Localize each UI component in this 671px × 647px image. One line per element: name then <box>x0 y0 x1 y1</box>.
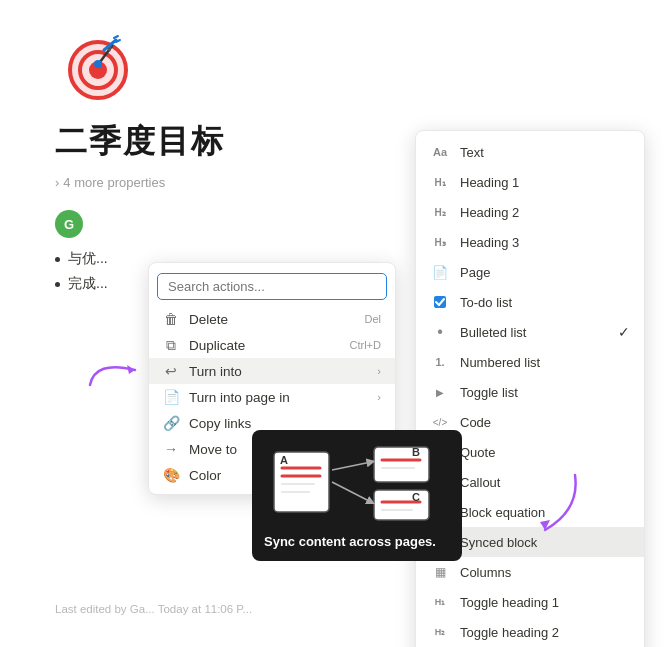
svg-line-24 <box>332 462 371 470</box>
toggle-h1-icon: H₁ <box>430 592 450 612</box>
submenu-item-label: Toggle list <box>460 385 518 400</box>
bullet-icon: • <box>430 322 450 342</box>
bullet-dot <box>55 282 60 287</box>
sync-tooltip-title: Sync content across pages. <box>264 534 450 549</box>
submenu-item-text[interactable]: Aa Text <box>416 137 644 167</box>
submenu-item-label: Code <box>460 415 491 430</box>
columns-icon: ▦ <box>430 562 450 582</box>
toggle-h2-icon: H₂ <box>430 622 450 642</box>
submenu-item-numbered[interactable]: 1. Numbered list <box>416 347 644 377</box>
submenu-item-label: Columns <box>460 565 511 580</box>
menu-item-duplicate[interactable]: ⧉ Duplicate Ctrl+D <box>149 332 395 358</box>
svg-text:C: C <box>412 491 420 503</box>
svg-marker-27 <box>127 365 135 374</box>
menu-item-label: Move to <box>189 442 237 457</box>
list-item-text: 完成... <box>68 275 108 293</box>
bullet-dot <box>55 257 60 262</box>
submenu-item-columns[interactable]: ▦ Columns <box>416 557 644 587</box>
submenu-item-heading1[interactable]: H₁ Heading 1 <box>416 167 644 197</box>
submenu-item-page[interactable]: 📄 Page <box>416 257 644 287</box>
page-title: 二季度目标 <box>55 120 225 164</box>
submenu-item-label: Bulleted list <box>460 325 526 340</box>
submenu-item-todo[interactable]: To-do list <box>416 287 644 317</box>
check-icon: ✓ <box>618 324 630 340</box>
submenu: Aa Text H₁ Heading 1 H₂ Heading 2 H₃ Hea… <box>415 130 645 647</box>
menu-item-label: Turn into <box>189 364 242 379</box>
link-icon: 🔗 <box>163 415 179 431</box>
page-icon: 📄 <box>430 262 450 282</box>
submenu-item-bulleted[interactable]: • Bulleted list ✓ <box>416 317 644 347</box>
move-icon: → <box>163 441 179 457</box>
submenu-arrow-icon: › <box>377 391 381 403</box>
h3-icon: H₃ <box>430 232 450 252</box>
list-item: 与优... <box>55 250 108 268</box>
submenu-item-label: Toggle heading 1 <box>460 595 559 610</box>
menu-item-turn-into[interactable]: ↩ Turn into › <box>149 358 395 384</box>
submenu-item-heading2[interactable]: H₂ Heading 2 <box>416 197 644 227</box>
submenu-item-heading3[interactable]: H₃ Heading 3 <box>416 227 644 257</box>
duplicate-shortcut: Ctrl+D <box>350 339 381 351</box>
h1-icon: H₁ <box>430 172 450 192</box>
copy-icon: ⧉ <box>163 337 179 353</box>
turn-icon: ↩ <box>163 363 179 379</box>
toggle-icon: ▶ <box>430 382 450 402</box>
list-item-text: 与优... <box>68 250 108 268</box>
menu-item-turn-into-page[interactable]: 📄 Turn into page in › <box>149 384 395 410</box>
svg-rect-20 <box>374 490 429 520</box>
menu-item-label: Color <box>189 468 221 483</box>
submenu-item-toggle-h2[interactable]: H₂ Toggle heading 2 <box>416 617 644 647</box>
submenu-item-label: Page <box>460 265 490 280</box>
numbered-icon: 1. <box>430 352 450 372</box>
trash-icon: 🗑 <box>163 311 179 327</box>
submenu-item-label: Quote <box>460 445 495 460</box>
menu-item-label: Turn into page in <box>189 390 290 405</box>
list-item: 完成... <box>55 275 108 293</box>
svg-text:B: B <box>412 446 420 458</box>
svg-point-6 <box>94 60 102 68</box>
submenu-item-toggle[interactable]: ▶ Toggle list <box>416 377 644 407</box>
delete-shortcut: Del <box>364 313 381 325</box>
svg-line-25 <box>332 482 371 502</box>
page-icon: 📄 <box>163 389 179 405</box>
properties-row[interactable]: › 4 more properties <box>55 175 165 190</box>
color-icon: 🎨 <box>163 467 179 483</box>
target-icon <box>60 28 140 108</box>
submenu-item-label: Numbered list <box>460 355 540 370</box>
menu-item-label: Delete <box>189 312 228 327</box>
code-icon: </> <box>430 412 450 432</box>
text-icon: Aa <box>430 142 450 162</box>
avatar: G <box>55 210 83 238</box>
purple-arrow-synced <box>500 470 580 550</box>
submenu-item-label: Heading 1 <box>460 175 519 190</box>
search-input[interactable] <box>157 273 387 300</box>
submenu-item-label: To-do list <box>460 295 512 310</box>
submenu-item-label: Heading 2 <box>460 205 519 220</box>
chevron-down-icon: › <box>55 175 59 190</box>
svg-rect-16 <box>374 447 429 482</box>
menu-item-label: Duplicate <box>189 338 245 353</box>
submenu-item-label: Callout <box>460 475 500 490</box>
footer-text: Last edited by Ga... Today at 11:06 P... <box>55 603 252 615</box>
purple-arrow-right <box>85 350 145 390</box>
menu-item-delete[interactable]: 🗑 Delete Del <box>149 306 395 332</box>
properties-label: 4 more properties <box>63 175 165 190</box>
svg-line-8 <box>114 36 118 38</box>
submenu-item-toggle-h1[interactable]: H₁ Toggle heading 1 <box>416 587 644 617</box>
todo-icon <box>430 292 450 312</box>
sync-graphic: A B C <box>264 442 450 522</box>
submenu-arrow-icon: › <box>377 365 381 377</box>
h2-icon: H₂ <box>430 202 450 222</box>
menu-item-label: Copy links <box>189 416 251 431</box>
sync-tooltip: A B C Sync content across pages. <box>252 430 462 561</box>
submenu-item-label: Heading 3 <box>460 235 519 250</box>
svg-text:A: A <box>280 454 288 466</box>
submenu-item-label: Toggle heading 2 <box>460 625 559 640</box>
submenu-item-label: Text <box>460 145 484 160</box>
